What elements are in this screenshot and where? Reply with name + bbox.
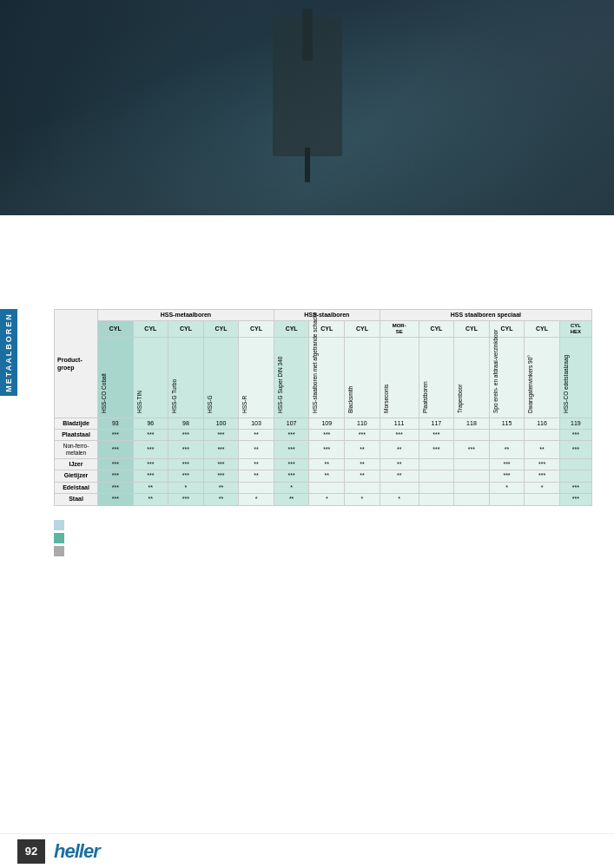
hss-speciaal-header: HSS staalboren speciaal <box>380 310 591 321</box>
opname-g: CYL <box>203 321 239 337</box>
product-g: HSS-G <box>203 337 239 418</box>
product-r: HSS-R <box>239 337 274 418</box>
opname-hssco: CYLHEX <box>559 321 591 337</box>
nonferro-row: Non-ferro-metalen *** *** *** *** ** ***… <box>55 441 592 459</box>
legend-item-1 <box>54 520 579 530</box>
page-body: METAALBOREN Product-groep HSS-metaalbore… <box>0 215 614 574</box>
brand-logo: heller <box>54 840 100 863</box>
page-number: 92 <box>17 839 45 864</box>
product-trap: Trapenboor <box>454 337 490 418</box>
group-header: Product-groep <box>55 310 98 418</box>
product-cobalt: HSS-CO Cobalt <box>98 337 134 418</box>
hero-image <box>0 0 614 215</box>
hss-metaal-header: HSS-metaalboren <box>98 310 274 321</box>
staal-label: Staal <box>55 494 98 505</box>
product-table: Product-groep HSS-metaalboren HSS-staalb… <box>54 309 592 506</box>
legend-color-1 <box>54 520 64 530</box>
legend-item-3 <box>54 546 579 556</box>
product-turbo: HSS-G Turbo <box>168 337 204 418</box>
sidebar-label: METAALBOREN <box>0 309 17 396</box>
edelstaal-label: Edelstaal <box>55 482 98 493</box>
product-morse: Morseconis <box>380 337 419 418</box>
opname-turbo: CYL <box>168 321 204 337</box>
legend-color-3 <box>54 546 64 556</box>
bladzijde-row: Bladzijde 93 96 98 100 103 107 109 110 1… <box>55 418 592 429</box>
product-tin: HSS-TIN <box>133 337 168 418</box>
opname-plaatsboren: CYL <box>419 321 454 337</box>
legend-item-2 <box>54 533 579 543</box>
bladzijde-label: Bladzijde <box>55 418 98 429</box>
table-section: Product-groep HSS-metaalboren HSS-staalb… <box>54 309 579 506</box>
opname-tin: CYL <box>133 321 168 337</box>
product-plaats: Plaatstboren <box>419 337 454 418</box>
footer: 92 heller <box>0 833 614 868</box>
plaatstaal-label: Plaatstaal <box>55 429 98 440</box>
opname-r: CYL <box>239 321 274 337</box>
gietijzer-label: Gietijzer <box>55 470 98 482</box>
product-spo: Spo erein- en afdraai-verzinkboor <box>489 337 525 418</box>
opname-super: CYL <box>274 321 309 337</box>
opname-cobalt: CYL <box>98 321 134 337</box>
opname-trap: CYL <box>454 321 490 337</box>
legend-color-2 <box>54 533 64 543</box>
product-afgetrande: HSS-staalboren met afgetrande schacht <box>309 337 345 418</box>
product-blacksmith: Blacksmith <box>345 337 380 418</box>
opname-blacksmith: CYL <box>345 321 380 337</box>
ijzer-row: IJzer *** *** *** *** ** *** ** ** ** **… <box>55 458 592 470</box>
product-dwarsgat: Dwarsgatenvinkers 90° <box>525 337 560 418</box>
plaatstaal-row: Plaatstaal *** *** *** *** ** *** *** **… <box>55 429 592 440</box>
legend-section <box>54 520 579 556</box>
product-super: HSS-G Super DIN 340 <box>274 337 309 418</box>
ijzer-label: IJzer <box>55 458 98 470</box>
opname-dwarsgat: CYL <box>525 321 560 337</box>
opname-morse: MOR-SE <box>380 321 419 337</box>
hss-staal-header: HSS-staalboren <box>274 310 380 321</box>
gietijzer-row: Gietijzer *** *** *** *** ** *** ** ** *… <box>55 470 592 482</box>
staal-row: Staal *** ** *** ** * ** * * * *** <box>55 494 592 505</box>
product-hssco-edel: HSS-CO edelstaalzaag <box>559 337 591 418</box>
nonferro-label: Non-ferro-metalen <box>55 441 98 459</box>
edelstaal-row: Edelstaal *** ** * ** * * * *** <box>55 482 592 493</box>
